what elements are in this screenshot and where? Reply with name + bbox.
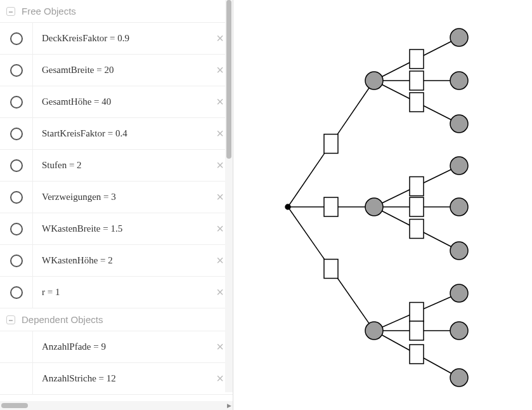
object-expression[interactable]: AnzahlPfade = 9: [33, 331, 207, 362]
tree-leaf[interactable]: [450, 369, 468, 387]
visibility-toggle-icon[interactable]: [10, 286, 23, 299]
object-expression[interactable]: Verzweigungen = 3: [33, 182, 207, 213]
probability-box[interactable]: [410, 71, 424, 90]
object-row[interactable]: WKastenHöhe = 2: [0, 245, 233, 277]
tree-root[interactable]: [285, 204, 290, 209]
visibility-toggle-icon[interactable]: [10, 96, 23, 109]
visibility-cell[interactable]: [0, 277, 33, 308]
object-row[interactable]: AnzahlPfade = 9: [0, 331, 233, 363]
visibility-cell[interactable]: [0, 331, 33, 362]
probability-box[interactable]: [324, 135, 338, 154]
collapse-icon[interactable]: [6, 315, 15, 324]
object-expression[interactable]: WKastenHöhe = 2: [33, 245, 207, 276]
visibility-cell[interactable]: [0, 86, 33, 117]
tree-node[interactable]: [365, 198, 383, 216]
visibility-toggle-icon[interactable]: [10, 255, 23, 267]
visibility-toggle-icon[interactable]: [10, 223, 23, 235]
object-expression[interactable]: WKastenBreite = 1.5: [33, 213, 207, 244]
object-expression[interactable]: Stufen = 2: [33, 150, 207, 181]
object-row[interactable]: WKastenBreite = 1.5: [0, 213, 233, 245]
graphics-panel[interactable]: [233, 0, 532, 410]
visibility-cell[interactable]: [0, 118, 33, 149]
visibility-toggle-icon[interactable]: [10, 64, 23, 77]
horizontal-scrollbar[interactable]: ▶: [0, 401, 233, 410]
object-row[interactable]: Stufen = 2: [0, 150, 233, 182]
object-row[interactable]: DeckKreisFaktor = 0.9: [0, 23, 233, 55]
tree-leaf[interactable]: [450, 284, 468, 302]
visibility-cell[interactable]: [0, 23, 33, 54]
probability-box[interactable]: [410, 321, 424, 340]
probability-box[interactable]: [410, 220, 424, 239]
probability-box[interactable]: [410, 197, 424, 216]
vertical-scrollbar-thumb[interactable]: [226, 0, 231, 159]
object-row[interactable]: Verzweigungen = 3: [0, 182, 233, 213]
object-row[interactable]: StartKreisFaktor = 0.4: [0, 118, 233, 150]
algebra-panel: Free Objects DeckKreisFaktor = 0.9Gesamt…: [0, 0, 233, 410]
tree-leaf[interactable]: [450, 198, 468, 216]
horizontal-scrollbar-thumb[interactable]: [1, 403, 28, 408]
visibility-cell[interactable]: [0, 245, 33, 276]
tree-leaf[interactable]: [450, 242, 468, 260]
probability-box[interactable]: [324, 197, 338, 216]
probability-box[interactable]: [324, 260, 338, 279]
probability-box[interactable]: [410, 303, 424, 322]
visibility-toggle-icon[interactable]: [10, 191, 23, 204]
tree-leaf[interactable]: [450, 29, 468, 46]
visibility-toggle-icon[interactable]: [10, 128, 23, 140]
object-row[interactable]: AnzahlStriche = 12: [0, 363, 233, 395]
collapse-icon[interactable]: [6, 7, 15, 16]
tree-node[interactable]: [365, 322, 383, 340]
app-root: Free Objects DeckKreisFaktor = 0.9Gesamt…: [0, 0, 532, 410]
object-expression[interactable]: DeckKreisFaktor = 0.9: [33, 23, 207, 54]
tree-leaf[interactable]: [450, 322, 468, 340]
probability-box[interactable]: [410, 50, 424, 69]
probability-box[interactable]: [410, 345, 424, 364]
object-expression[interactable]: AnzahlStriche = 12: [33, 363, 207, 394]
scroll-right-arrow-icon[interactable]: ▶: [227, 402, 231, 409]
visibility-cell[interactable]: [0, 55, 33, 86]
tree-leaf[interactable]: [450, 115, 468, 133]
free-rows: DeckKreisFaktor = 0.9GesamtBreite = 20Ge…: [0, 23, 233, 308]
visibility-toggle-icon[interactable]: [10, 159, 23, 172]
object-row[interactable]: r = 1: [0, 277, 233, 308]
object-row[interactable]: GesamtBreite = 20: [0, 55, 233, 86]
dep-rows: AnzahlPfade = 9AnzahlStriche = 12: [0, 331, 233, 395]
section-free-header[interactable]: Free Objects: [0, 0, 233, 23]
tree-node[interactable]: [365, 72, 383, 89]
object-row[interactable]: GesamtHöhe = 40: [0, 86, 233, 118]
section-dep-title: Dependent Objects: [22, 314, 103, 325]
probability-box[interactable]: [410, 177, 424, 196]
visibility-cell[interactable]: [0, 150, 33, 181]
tree-leaf[interactable]: [450, 157, 468, 175]
visibility-cell[interactable]: [0, 182, 33, 213]
section-dep-header[interactable]: Dependent Objects: [0, 308, 233, 331]
object-expression[interactable]: StartKreisFaktor = 0.4: [33, 118, 207, 149]
tree-leaf[interactable]: [450, 72, 468, 89]
visibility-cell[interactable]: [0, 363, 33, 394]
section-free-title: Free Objects: [22, 6, 76, 17]
visibility-toggle-icon[interactable]: [10, 32, 23, 45]
visibility-cell[interactable]: [0, 213, 33, 244]
object-expression[interactable]: GesamtHöhe = 40: [33, 86, 207, 117]
vertical-scrollbar[interactable]: [225, 0, 233, 392]
object-expression[interactable]: GesamtBreite = 20: [33, 55, 207, 86]
object-expression[interactable]: r = 1: [33, 277, 207, 308]
tree-diagram: [233, 0, 532, 410]
algebra-scroll[interactable]: Free Objects DeckKreisFaktor = 0.9Gesamt…: [0, 0, 233, 401]
probability-box[interactable]: [410, 93, 424, 112]
